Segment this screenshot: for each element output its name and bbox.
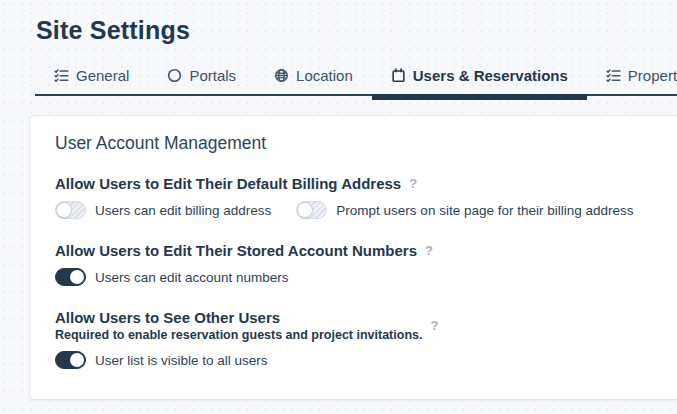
toggle-label: Users can edit account numbers: [95, 270, 289, 285]
toggle-user-list-visible[interactable]: [55, 351, 86, 369]
toggle-label: User list is visible to all users: [95, 353, 268, 368]
section-see-other-users: Allow Users to See Other Users Required …: [55, 309, 677, 369]
tab-label: Portals: [189, 67, 236, 84]
help-icon[interactable]: ?: [430, 318, 438, 333]
tab-portals[interactable]: Portals: [148, 67, 255, 94]
calendar-icon: [391, 68, 406, 83]
toggle-knob: [70, 270, 84, 284]
toggle-label: Prompt users on site page for their bill…: [336, 203, 633, 218]
toggle-label: Users can edit billing address: [95, 203, 271, 218]
toggle-users-edit-account-numbers[interactable]: [55, 268, 86, 286]
tab-users-reservations[interactable]: Users & Reservations: [372, 67, 587, 94]
help-icon[interactable]: ?: [425, 243, 433, 258]
section-note: Required to enable reservation guests an…: [55, 328, 422, 342]
section-heading: Allow Users to Edit Their Default Billin…: [55, 175, 401, 192]
card-title: User Account Management: [55, 133, 677, 154]
section-heading-block: Allow Users to See Other Users Required …: [55, 309, 422, 342]
toggle-knob: [70, 353, 84, 367]
tab-location[interactable]: Location: [255, 67, 372, 94]
section-heading: Allow Users to Edit Their Stored Account…: [55, 242, 417, 259]
tab-label: Users & Reservations: [413, 67, 568, 84]
toggle-knob: [56, 202, 72, 218]
tab-label: General: [76, 67, 129, 84]
tab-label: Location: [296, 67, 353, 84]
globe-icon: [274, 68, 289, 83]
list-check-icon: [54, 68, 69, 83]
tab-general[interactable]: General: [35, 67, 148, 94]
toggle-users-edit-billing[interactable]: [55, 201, 86, 219]
settings-tabbar: General Portals Location: [35, 67, 677, 96]
toggle-prompt-billing[interactable]: [296, 201, 327, 219]
toggle-knob: [297, 202, 313, 218]
circle-icon: [167, 68, 182, 83]
site-settings-page: Site Settings General Port: [0, 0, 677, 414]
section-heading: Allow Users to See Other Users: [55, 309, 422, 326]
help-icon[interactable]: ?: [409, 176, 417, 191]
tab-properties[interactable]: Properties: [587, 67, 677, 94]
section-billing-address: Allow Users to Edit Their Default Billin…: [55, 175, 677, 219]
list-check-icon: [606, 68, 621, 83]
tab-label: Properties: [628, 67, 677, 84]
page-title: Site Settings: [36, 16, 677, 45]
user-account-management-card: User Account Management Allow Users to E…: [29, 115, 677, 400]
section-account-numbers: Allow Users to Edit Their Stored Account…: [55, 242, 677, 286]
